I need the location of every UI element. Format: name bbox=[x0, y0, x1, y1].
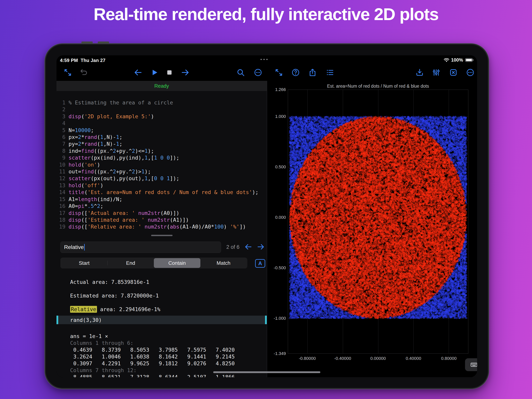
y-tick-label: 0.500 bbox=[268, 164, 286, 169]
segment-end[interactable]: End bbox=[108, 258, 154, 268]
line-number: 10 bbox=[57, 161, 69, 168]
banner-title: Real-time rendered, fully interactive 2D… bbox=[0, 4, 532, 24]
plot-panel: Est. area=Num of red dots / Num of red &… bbox=[267, 81, 477, 377]
code-line[interactable]: 17disp(['Actual area: ' num2str(A0)]) bbox=[57, 210, 267, 216]
editor-status: Ready bbox=[57, 81, 267, 91]
code-line[interactable]: 8ind=find((px.^2+py.^2)<=1); bbox=[57, 148, 267, 154]
download-figure-button[interactable] bbox=[415, 68, 424, 77]
plot-title: Est. area=Num of red dots / Num of red &… bbox=[288, 84, 468, 89]
scatter-canvas[interactable] bbox=[288, 90, 468, 354]
console-line-actual: Actual area: 7.8539816e-1 bbox=[70, 279, 149, 285]
code-line[interactable]: 4 bbox=[57, 120, 267, 127]
segment-start[interactable]: Start bbox=[61, 258, 108, 268]
x-tick-label: 0.80000 bbox=[441, 356, 457, 361]
line-number: 2 bbox=[57, 106, 69, 113]
search-icon bbox=[236, 68, 245, 77]
search-input[interactable]: Relative bbox=[60, 242, 221, 253]
code-line[interactable]: 10hold('on') bbox=[57, 161, 267, 168]
wifi-icon bbox=[444, 58, 449, 62]
code-line[interactable]: 1% Estimating the area of a circle bbox=[57, 99, 267, 106]
code-line[interactable]: 5N=10000; bbox=[57, 127, 267, 134]
undo-icon bbox=[79, 68, 88, 77]
code-line[interactable]: 11out=find((px.^2+py.^2)>1); bbox=[57, 168, 267, 175]
line-number: 17 bbox=[57, 210, 69, 216]
code-line[interactable]: 2 bbox=[57, 106, 267, 113]
home-indicator[interactable] bbox=[213, 371, 320, 373]
console-command: rand(3,30) bbox=[57, 317, 102, 323]
status-time: 4:59 PM bbox=[60, 58, 78, 63]
expand-plot-button[interactable] bbox=[275, 68, 283, 77]
line-number: 19 bbox=[57, 223, 69, 230]
battery-percent: 100% bbox=[451, 57, 463, 63]
match-case-button[interactable]: A bbox=[255, 259, 265, 268]
line-number: 8 bbox=[57, 148, 69, 154]
app-screen: 4:59 PMThu Jan 27 100% bbox=[57, 55, 477, 377]
status-date: Thu Jan 27 bbox=[81, 58, 105, 63]
y-tick-label: -0.500 bbox=[268, 265, 286, 270]
close-figure-button[interactable] bbox=[449, 68, 458, 77]
stop-button[interactable] bbox=[165, 68, 174, 77]
console-ans-line: ans = 1e-1 × bbox=[70, 333, 108, 339]
ellipsis-circle-icon bbox=[466, 68, 475, 77]
code-line[interactable]: 7py=2*rand(1,N)-1; bbox=[57, 141, 267, 147]
code-line[interactable]: 19disp(['Relative area: ' num2str(abs(A1… bbox=[57, 223, 267, 230]
code-line[interactable]: 13hold('off') bbox=[57, 182, 267, 189]
arrow-left-icon bbox=[134, 68, 143, 77]
code-editor[interactable]: 1% Estimating the area of a circle23disp… bbox=[57, 99, 267, 230]
line-number: 16 bbox=[57, 203, 69, 209]
keyboard-icon bbox=[469, 361, 477, 368]
y-tick-label: -1.000 bbox=[268, 316, 286, 321]
line-number: 15 bbox=[57, 196, 69, 203]
show-keyboard-button[interactable] bbox=[465, 358, 477, 371]
arrow-left-icon bbox=[245, 243, 252, 251]
y-tick-label: 1.266 bbox=[268, 87, 286, 92]
step-forward-button[interactable] bbox=[181, 68, 189, 77]
segment-contain[interactable]: Contain bbox=[154, 258, 200, 268]
code-line[interactable]: 3disp('2D plot, Example 5:') bbox=[57, 113, 267, 120]
line-number: 13 bbox=[57, 182, 69, 189]
console-matrix-row: 0.3097 4.2291 9.9625 9.1812 9.0276 4.825… bbox=[70, 360, 235, 367]
search-button[interactable] bbox=[236, 68, 245, 77]
code-line[interactable]: 12scatter(px(out),py(out),1,[0 0 1]); bbox=[57, 175, 267, 182]
outline-list-button[interactable] bbox=[326, 68, 334, 77]
console-command-row[interactable]: rand(3,30) bbox=[57, 316, 267, 324]
search-next-button[interactable] bbox=[257, 243, 265, 251]
line-number: 1 bbox=[57, 99, 69, 106]
code-line[interactable]: 15A1=length(ind)/N; bbox=[57, 196, 267, 203]
share-button[interactable] bbox=[308, 68, 317, 77]
help-button[interactable] bbox=[291, 68, 300, 77]
run-button[interactable] bbox=[150, 68, 159, 77]
code-line[interactable]: 9scatter(px(ind),py(ind),1,[1 0 0]); bbox=[57, 154, 267, 161]
close-square-icon bbox=[449, 68, 458, 77]
code-line[interactable]: 18disp(['Estimated area: ' num2str(A1)]) bbox=[57, 216, 267, 223]
expand-editor-button[interactable] bbox=[63, 68, 72, 77]
step-back-button[interactable] bbox=[134, 68, 143, 77]
console-line-relative: Relative area: 2.2941696e-1% bbox=[70, 306, 160, 312]
line-number: 11 bbox=[57, 168, 69, 175]
question-circle-icon bbox=[291, 68, 300, 77]
multitasking-indicator[interactable] bbox=[260, 59, 267, 60]
line-number: 14 bbox=[57, 189, 69, 196]
list-icon bbox=[326, 68, 334, 77]
console-line-estimated: Estimated area: 7.8720000e-1 bbox=[70, 293, 159, 299]
clock: 4:59 PMThu Jan 27 bbox=[60, 58, 108, 63]
code-line[interactable]: 6px=2*rand(1,N)-1; bbox=[57, 134, 267, 141]
plot-settings-button[interactable] bbox=[432, 68, 440, 77]
search-mode-segmented-control: Start End Contain Match bbox=[60, 257, 247, 269]
search-prev-button[interactable] bbox=[245, 243, 252, 251]
segment-match[interactable]: Match bbox=[200, 258, 247, 268]
editor-more-button[interactable] bbox=[254, 68, 262, 77]
line-number: 6 bbox=[57, 134, 69, 141]
line-number: 9 bbox=[57, 154, 69, 161]
figure-more-button[interactable] bbox=[466, 68, 475, 77]
arrow-right-icon bbox=[181, 68, 189, 77]
y-tick-label: 0.000 bbox=[268, 215, 286, 220]
search-query: Relative bbox=[64, 244, 84, 250]
line-number: 4 bbox=[57, 120, 69, 127]
battery-icon bbox=[465, 58, 474, 62]
panel-drag-handle[interactable] bbox=[151, 235, 172, 236]
sliders-icon bbox=[432, 68, 440, 77]
undo-button[interactable] bbox=[79, 68, 88, 77]
code-line[interactable]: 14title('Est. area=Num of red dots / Num… bbox=[57, 189, 267, 196]
code-line[interactable]: 16A0=pi*.5^2; bbox=[57, 203, 267, 209]
